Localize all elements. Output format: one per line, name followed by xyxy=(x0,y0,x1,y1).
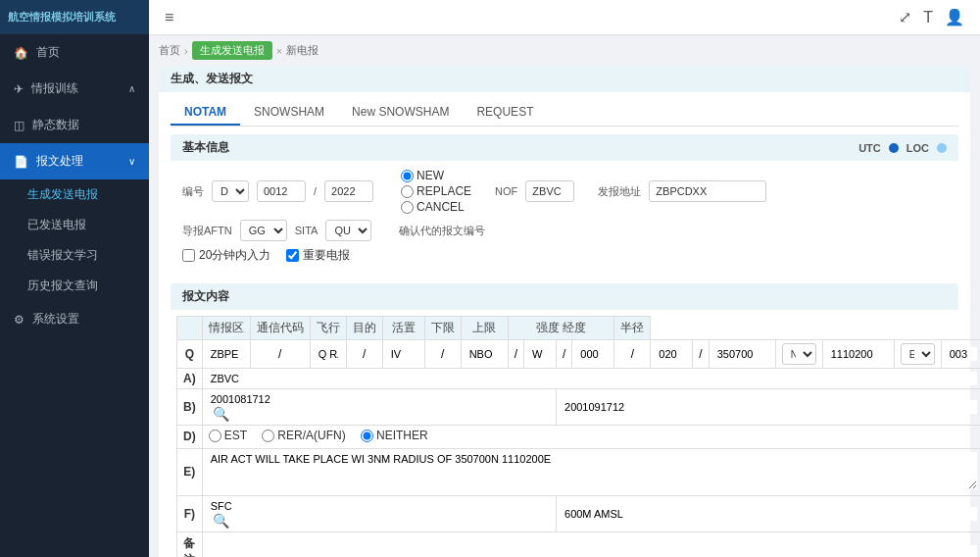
q-scope-input[interactable] xyxy=(530,347,550,361)
radio-replace[interactable]: REPLACE xyxy=(401,184,471,198)
app-logo: 航空情报模拟培训系统 xyxy=(0,0,149,34)
font-icon[interactable]: T xyxy=(923,9,933,26)
radio-neither[interactable]: NEITHER xyxy=(361,429,428,442)
q-purpose[interactable] xyxy=(461,340,508,369)
search-icon-b[interactable]: 🔍 xyxy=(209,406,233,422)
chevron-down-icon: ∨ xyxy=(128,156,135,167)
a-label: A) xyxy=(177,369,203,389)
tab-request[interactable]: REQUEST xyxy=(463,100,547,126)
note-value[interactable] xyxy=(202,532,980,557)
table-row-d: D) EST RER/A(UFN) xyxy=(177,426,981,449)
home-icon: 🏠 xyxy=(14,46,28,60)
table-row-e: E) AIR ACT WILL TAKE PLACE WI 3NM RADIUS… xyxy=(177,448,981,495)
e-value[interactable]: AIR ACT WILL TAKE PLACE WI 3NM RADIUS OF… xyxy=(202,448,980,495)
q-fir[interactable] xyxy=(202,340,250,369)
sidebar-sub-error[interactable]: 错误报文学习 xyxy=(0,240,149,271)
q-lat-dir-select[interactable]: N xyxy=(782,343,816,365)
q-code[interactable] xyxy=(310,340,346,369)
tab-new-snowsham[interactable]: New SNOWSHAM xyxy=(338,100,463,126)
tab-notam[interactable]: NOTAM xyxy=(171,100,240,126)
aftn-gg-select[interactable]: GG xyxy=(240,220,287,241)
sidebar-sub-sent[interactable]: 已发送电报 xyxy=(0,210,149,240)
b-value[interactable]: 🔍 xyxy=(202,389,556,426)
utc-off-dot[interactable] xyxy=(937,143,947,153)
a-value[interactable] xyxy=(202,369,980,389)
card-body: NOTAM SNOWSHAM New SNOWSHAM REQUEST 基本信息… xyxy=(159,92,970,557)
q-fir-input[interactable] xyxy=(209,347,244,361)
bianhao-num-input[interactable] xyxy=(257,180,306,202)
sidebar-item-label: 系统设置 xyxy=(32,311,79,328)
sidebar-item-label: 报文处理 xyxy=(36,153,83,170)
d-label: D) xyxy=(177,426,203,449)
sita-qu-select[interactable]: QU xyxy=(325,220,371,241)
g-value[interactable] xyxy=(557,495,980,532)
breadcrumb-generate[interactable]: 生成发送电报 xyxy=(192,41,272,60)
d-options: EST RER/A(UFN) NEITHER xyxy=(202,426,980,449)
sidebar-sub-generate[interactable]: 生成发送电报 xyxy=(0,179,149,210)
utc-on-dot[interactable] xyxy=(889,143,899,153)
q-lat-input[interactable] xyxy=(715,347,769,361)
breadcrumb: 首页 › 生成发送电报 × 新电报 xyxy=(159,41,970,60)
e-label: E) xyxy=(177,448,203,495)
q-lower[interactable] xyxy=(572,340,614,369)
sidebar-item-static[interactable]: ◫ 静态数据 xyxy=(0,107,149,143)
g-input[interactable] xyxy=(563,507,977,521)
radio-cancel[interactable]: CANCEL xyxy=(401,200,471,214)
utc-toggle: UTC LOC xyxy=(858,142,947,154)
q-flight[interactable] xyxy=(382,340,424,369)
table-row-note: 备注 xyxy=(177,532,981,557)
sidebar-sub-history[interactable]: 历史报文查询 xyxy=(0,271,149,301)
expand-icon[interactable]: ⤢ xyxy=(899,8,911,26)
search-icon-f[interactable]: 🔍 xyxy=(209,513,233,529)
q-radius[interactable] xyxy=(941,340,980,369)
user-icon[interactable]: 👤 xyxy=(945,8,964,26)
e-textarea[interactable]: AIR ACT WILL TAKE PLACE WI 3NM RADIUS OF… xyxy=(209,452,977,489)
report-content-body: 情报区 通信代码 飞行 目的 活置 下限 上限 强度 经度 半径 xyxy=(171,310,958,557)
q-lon-input[interactable] xyxy=(829,347,888,361)
radio-est[interactable]: EST xyxy=(209,429,247,442)
sidebar-item-home[interactable]: 🏠 首页 xyxy=(0,34,149,71)
b-input[interactable] xyxy=(209,392,550,406)
q-upper-input[interactable] xyxy=(657,347,686,361)
tab-snowsham[interactable]: SNOWSHAM xyxy=(240,100,338,126)
sidebar-item-training[interactable]: ✈ 情报训练 ∧ xyxy=(0,71,149,107)
auto-checkbox2[interactable]: 重要电报 xyxy=(286,247,350,264)
q-lon-dir[interactable]: E xyxy=(894,340,941,369)
q-lower-input[interactable] xyxy=(578,347,608,361)
menu-icon[interactable]: ≡ xyxy=(165,9,173,26)
q-lon-dir-select[interactable]: E xyxy=(901,343,935,365)
col-upper: 上限 xyxy=(461,317,508,340)
table-row-b: B) 🔍 xyxy=(177,389,981,426)
radio-rera[interactable]: RER/A(UFN) xyxy=(262,429,345,442)
a-input[interactable] xyxy=(209,372,977,385)
sidebar-item-label: 首页 xyxy=(36,44,60,61)
col-empty xyxy=(177,317,203,340)
chevron-icon: ∧ xyxy=(128,83,135,94)
q-lat-dir[interactable]: N xyxy=(775,340,822,369)
q-code-input[interactable] xyxy=(317,347,340,361)
c-input[interactable] xyxy=(563,400,977,414)
breadcrumb-new[interactable]: 新电报 xyxy=(286,43,318,58)
col-radius: 半径 xyxy=(614,317,651,340)
c-value[interactable] xyxy=(557,389,980,426)
q-lat[interactable] xyxy=(709,340,775,369)
sidebar-item-system[interactable]: ⚙ 系统设置 xyxy=(0,301,149,337)
q-purpose-input[interactable] xyxy=(467,347,502,361)
table-row-a: A) xyxy=(177,369,981,389)
nof-input[interactable] xyxy=(525,180,574,202)
q-flight-input[interactable] xyxy=(389,347,418,361)
q-upper[interactable] xyxy=(651,340,693,369)
q-scope[interactable] xyxy=(524,340,557,369)
bianhao-year-input[interactable] xyxy=(324,180,373,202)
f-input[interactable] xyxy=(209,499,550,513)
f-value[interactable]: 🔍 xyxy=(202,495,556,532)
radio-new[interactable]: NEW xyxy=(401,169,471,182)
sidebar-item-report[interactable]: 📄 报文处理 ∨ xyxy=(0,143,149,179)
bianhao-type-select[interactable]: D xyxy=(212,180,249,202)
faxian-input[interactable] xyxy=(649,180,766,202)
auto-fill-checkbox[interactable]: 20分钟内入力 xyxy=(182,247,270,264)
breadcrumb-home[interactable]: 首页 xyxy=(159,43,180,58)
q-radius-input[interactable] xyxy=(948,347,977,361)
q-lon[interactable] xyxy=(822,340,894,369)
note-input[interactable] xyxy=(209,545,977,558)
